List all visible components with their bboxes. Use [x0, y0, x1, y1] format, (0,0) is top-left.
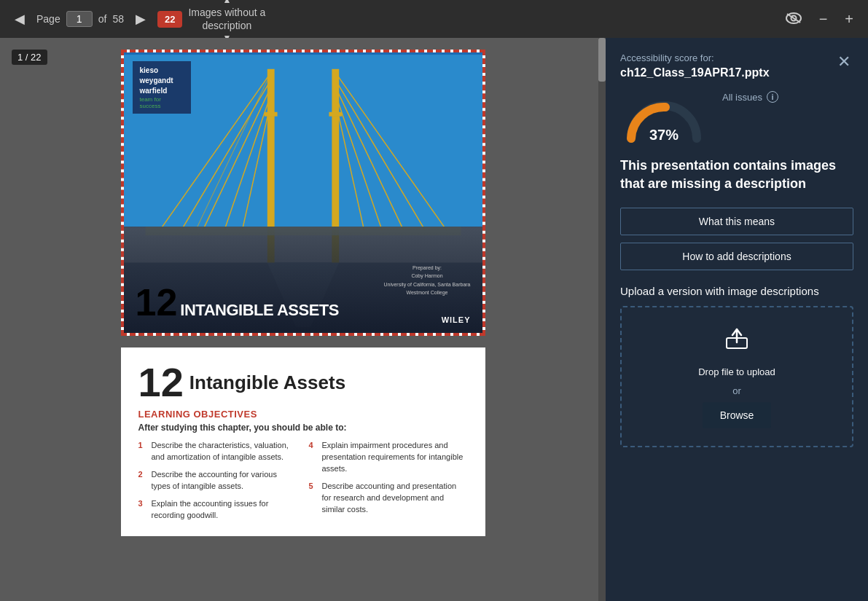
- pdf-viewer: 1 / 22: [0, 38, 606, 601]
- list-item: 5 Describe accounting and presentation f…: [309, 481, 468, 516]
- page-of-label: of: [98, 13, 107, 25]
- score-section: 37% All issues i: [606, 91, 868, 157]
- slide-cover-image: kieso weygandt warfield team for success…: [124, 52, 482, 333]
- close-panel-button[interactable]: ✕: [834, 52, 853, 71]
- slide-objectives-title: Intangible Assets: [189, 372, 345, 394]
- main-content: 1 / 22: [0, 38, 868, 601]
- gauge-svg: [620, 73, 708, 160]
- next-page-button[interactable]: ▶: [130, 8, 152, 30]
- chevron-up-button[interactable]: ▲: [219, 0, 234, 6]
- accessibility-panel: Accessibility score for: ch12_Class_19AP…: [606, 38, 868, 601]
- lo-subtitle: After studying this chapter, you should …: [138, 423, 468, 433]
- kieso-logo: kieso weygandt warfield team for success: [133, 61, 191, 114]
- issue-section: This presentation contains images that a…: [606, 157, 868, 285]
- what-this-means-button[interactable]: What this means: [620, 208, 853, 235]
- list-item: 2 Describe the accounting for various ty…: [138, 469, 297, 492]
- or-text: or: [732, 385, 741, 396]
- all-issues-button[interactable]: All issues i: [722, 91, 778, 103]
- how-to-add-button[interactable]: How to add descriptions: [620, 243, 853, 270]
- list-item: 3 Explain the accounting issues for reco…: [138, 498, 297, 522]
- score-percent: 37%: [620, 127, 708, 144]
- page-number-input[interactable]: [66, 11, 93, 27]
- lo-header: LEARNING OBJECTIVES: [138, 409, 468, 420]
- slide-num: 12: [138, 362, 184, 403]
- issue-badge[interactable]: 22: [157, 11, 182, 28]
- slide-cover: kieso weygandt warfield team for success…: [121, 50, 485, 336]
- prev-page-button[interactable]: ◀: [9, 8, 31, 30]
- zoom-out-button[interactable]: −: [813, 8, 834, 31]
- upload-section: Upload a version with image descriptions…: [606, 285, 868, 462]
- slide-container: 1 / 22: [0, 38, 606, 601]
- accessibility-score-gauge: 37%: [620, 91, 708, 142]
- zoom-in-button[interactable]: +: [839, 8, 859, 31]
- lo-left-column: 1 Describe the characteristics, valuatio…: [138, 440, 297, 522]
- kieso-logo-text: kieso weygandt warfield: [140, 66, 184, 96]
- issue-label: Images without a description: [188, 6, 265, 32]
- issue-description: This presentation contains images that a…: [620, 157, 853, 193]
- drop-text: Drop file to upload: [698, 365, 775, 380]
- slide-objectives: 12 Intangible Assets LEARNING OBJECTIVES…: [121, 347, 485, 536]
- list-item: 4 Explain impairment procedures and pres…: [309, 440, 468, 475]
- page-total-label: 58: [112, 13, 124, 25]
- slide-counter: 1 / 22: [12, 50, 47, 65]
- toolbar: ◀ Page of 58 ▶ 22 ▲ Images without a des…: [0, 0, 868, 38]
- svg-rect-10: [329, 112, 342, 117]
- lo-right-column: 4 Explain impairment procedures and pres…: [309, 440, 468, 522]
- info-icon: i: [767, 91, 778, 103]
- kieso-tagline: team for success: [140, 96, 184, 109]
- wiley-logo: WILEY: [442, 315, 471, 324]
- scrollbar-thumb[interactable]: [598, 38, 606, 82]
- panel-title-label: Accessibility score for:: [620, 52, 770, 63]
- chapter-title: Intangible Assets: [180, 302, 339, 318]
- page-label: Page: [36, 13, 60, 25]
- upload-icon: [724, 325, 750, 356]
- lo-grid: 1 Describe the characteristics, valuatio…: [138, 440, 468, 522]
- hide-images-button[interactable]: [780, 8, 808, 31]
- upload-label: Upload a version with image descriptions: [620, 285, 853, 297]
- browse-button[interactable]: Browse: [703, 402, 772, 428]
- upload-dropzone[interactable]: Drop file to upload or Browse: [620, 306, 853, 447]
- prepared-by: Prepared by:Coby HarmonUniversity of Cal…: [383, 264, 470, 296]
- chapter-number: 12: [136, 280, 178, 324]
- scrollbar[interactable]: [598, 38, 606, 601]
- list-item: 1 Describe the characteristics, valuatio…: [138, 440, 297, 463]
- svg-rect-9: [264, 112, 277, 117]
